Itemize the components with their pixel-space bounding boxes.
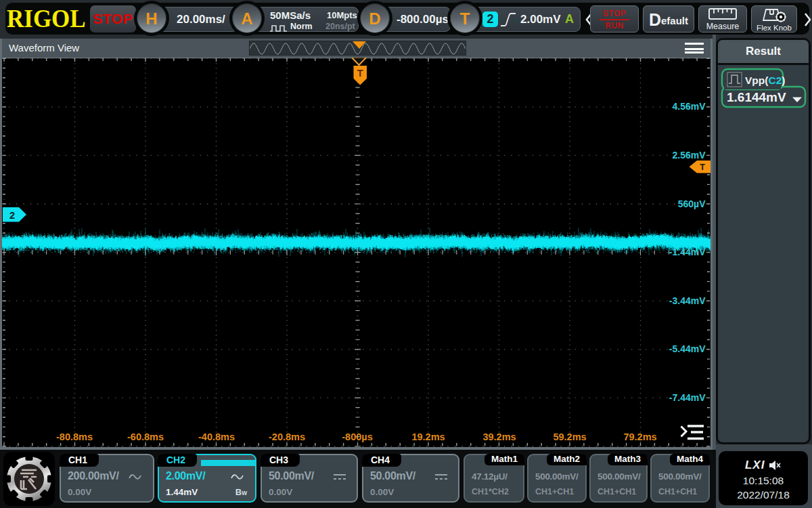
svg-text:-800µs: -800µs: [342, 431, 372, 442]
svg-text:-3.44mV: -3.44mV: [669, 295, 706, 306]
svg-text:-1.44mV: -1.44mV: [669, 247, 706, 257]
svg-text:59.2ms: 59.2ms: [553, 431, 586, 442]
svg-text:19.2ms: 19.2ms: [411, 431, 445, 442]
svg-text:560µV: 560µV: [678, 198, 706, 209]
svg-text:T: T: [700, 163, 705, 172]
svg-text:-5.44mV: -5.44mV: [669, 343, 706, 354]
svg-text:Vpp(C2): Vpp(C2): [745, 75, 785, 86]
svg-text:-80.8ms: -80.8ms: [56, 431, 93, 442]
svg-text:-40.8ms: -40.8ms: [198, 431, 235, 442]
svg-text:2: 2: [9, 210, 15, 221]
svg-text:T: T: [357, 68, 363, 79]
svg-text:-20.8ms: -20.8ms: [269, 431, 305, 442]
svg-text:4.56mV: 4.56mV: [672, 101, 706, 112]
svg-text:39.2ms: 39.2ms: [482, 431, 516, 442]
svg-text:79.2ms: 79.2ms: [623, 431, 656, 442]
svg-text:2.56mV: 2.56mV: [672, 150, 706, 161]
svg-text:1.6144mV: 1.6144mV: [727, 90, 786, 104]
svg-text:-7.44mV: -7.44mV: [669, 392, 706, 403]
svg-text:-60.8ms: -60.8ms: [127, 431, 164, 442]
